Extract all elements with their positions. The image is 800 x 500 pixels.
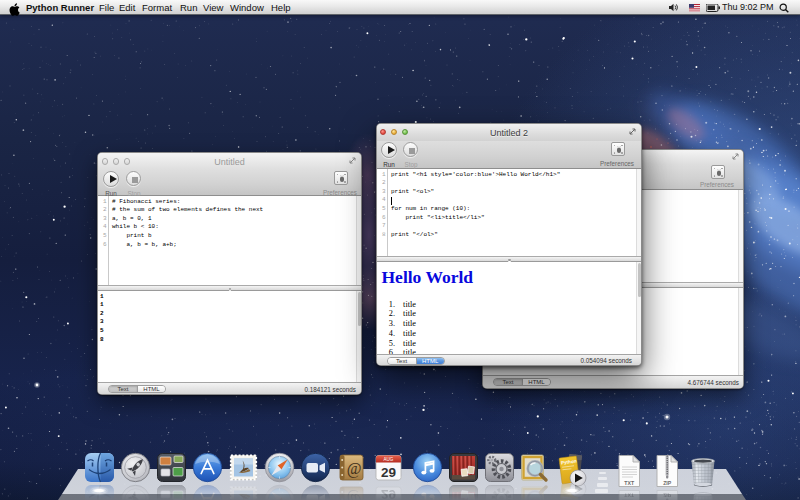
svg-text:AUG: AUG <box>383 457 393 462</box>
svg-text:29: 29 <box>380 465 395 480</box>
svg-text:@: @ <box>346 460 361 478</box>
svg-text:TXT: TXT <box>624 480 635 486</box>
svg-text:ZIP: ZIP <box>663 480 672 486</box>
